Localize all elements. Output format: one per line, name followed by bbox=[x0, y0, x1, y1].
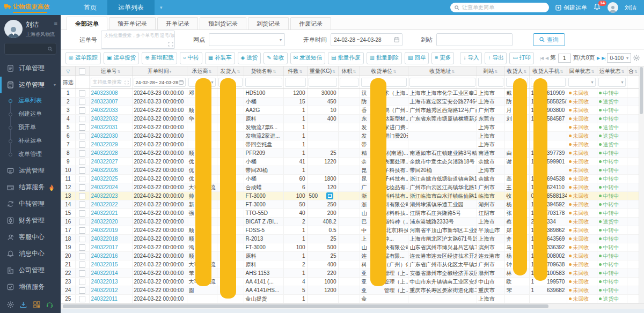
vertical-scrollbar-thumb[interactable] bbox=[640, 67, 643, 114]
waybill-no-link[interactable]: 240322031 bbox=[89, 123, 132, 132]
download-icon[interactable] bbox=[20, 301, 27, 309]
waybill-no-link[interactable]: 240322022 bbox=[89, 200, 132, 209]
sidebar-item-operations[interactable]: 运营管理 bbox=[0, 162, 61, 179]
waybill-no-link[interactable]: 240322021 bbox=[89, 209, 132, 218]
column-settings-gear-icon[interactable] bbox=[633, 55, 640, 61]
sidebar-item-company[interactable]: 公司管理 bbox=[0, 262, 61, 279]
export-button[interactable]: ↑导出 bbox=[485, 52, 507, 64]
user-avatar[interactable] bbox=[608, 2, 618, 13]
sidebar-subitem-supplement-waybill[interactable]: 补录运单 bbox=[0, 134, 61, 147]
row-checkbox[interactable] bbox=[79, 210, 85, 217]
row-checkbox[interactable] bbox=[79, 124, 85, 131]
row-checkbox[interactable] bbox=[79, 253, 85, 259]
row-checkbox[interactable] bbox=[79, 227, 85, 234]
waybill-no-link[interactable]: 240322015 bbox=[89, 260, 132, 269]
billing-time-input[interactable]: 24-02-28 ~24-03-28 bbox=[331, 33, 402, 46]
import-button[interactable]: ↓导入 bbox=[460, 52, 482, 64]
row-checkbox[interactable] bbox=[79, 90, 85, 96]
waybill-no-link[interactable]: 240322011 bbox=[89, 295, 132, 303]
waybill-no-link[interactable]: 240322033 bbox=[89, 106, 132, 115]
column-header-2[interactable]: 承运商⇅ bbox=[187, 66, 217, 76]
filter-input-9[interactable] bbox=[340, 78, 358, 87]
mini-program-qr-icon[interactable] bbox=[33, 301, 41, 309]
batch-delete-button[interactable]: ▥批量删除 bbox=[367, 52, 402, 64]
sidebar-item-finance[interactable]: 财务管理 bbox=[0, 212, 61, 229]
row-checkbox[interactable] bbox=[79, 107, 85, 114]
filter-funnel-header[interactable]: ▽ bbox=[61, 66, 75, 76]
waybill-no-link[interactable]: 240322030 bbox=[89, 132, 132, 140]
pickup-button[interactable]: ▣运单提货 bbox=[104, 52, 139, 64]
waybill-no-link[interactable]: 240322032 bbox=[89, 115, 132, 123]
sidebar-search-input[interactable] bbox=[4, 43, 56, 55]
waybill-no-link[interactable]: 240322013 bbox=[89, 278, 132, 286]
destination-input[interactable] bbox=[436, 33, 513, 46]
sidebar-item-orders[interactable]: 订单管理 bbox=[0, 60, 61, 77]
filter-input-11[interactable] bbox=[409, 78, 475, 87]
column-header-10[interactable]: 到站⇅ bbox=[477, 66, 504, 76]
sidebar-item-waybills[interactable]: 运单管理▾ bbox=[0, 77, 61, 93]
branch-select[interactable]: ▾ bbox=[209, 33, 285, 46]
column-header-8[interactable]: 收货单位⇅ bbox=[360, 66, 408, 76]
column-header-13[interactable]: 回单状态⇅ bbox=[567, 66, 597, 76]
column-header-0[interactable]: 运单号⇅ bbox=[89, 66, 132, 76]
waybill-no-link[interactable]: 240322028 bbox=[89, 149, 132, 158]
extra-loading-button[interactable]: ▦补装车 bbox=[205, 52, 235, 64]
customer-service-headset-icon[interactable] bbox=[46, 301, 54, 309]
waybill-no-link[interactable]: 240322024 bbox=[89, 183, 132, 192]
tab-1[interactable]: 预开单记录 bbox=[109, 17, 156, 29]
column-header-7[interactable]: 体积⇅ bbox=[338, 66, 360, 76]
waybill-no-link[interactable]: 240322012 bbox=[89, 286, 132, 295]
row-checkbox[interactable] bbox=[79, 193, 85, 199]
user-name[interactable]: 刘洁 bbox=[625, 4, 636, 12]
nav-dropdown-caret[interactable]: ▾ bbox=[160, 5, 163, 10]
more-button[interactable]: ≡更多 bbox=[431, 52, 454, 64]
date-filter-input[interactable]: 24-02-28~ 24-03-28 bbox=[134, 78, 186, 87]
row-checkbox[interactable] bbox=[79, 279, 85, 285]
row-checkbox[interactable] bbox=[79, 99, 85, 105]
sidebar-item-transit[interactable]: 中转管理 bbox=[0, 196, 61, 212]
notifications-bell-icon[interactable]: 14 bbox=[594, 3, 601, 12]
column-header-14[interactable]: 运单状态⇅ bbox=[597, 66, 627, 76]
row-checkbox[interactable] bbox=[79, 133, 85, 139]
row-checkbox[interactable] bbox=[79, 184, 85, 191]
waybill-no-link[interactable]: 240322027 bbox=[89, 158, 132, 166]
filter-select-15[interactable]: ▾ bbox=[568, 78, 596, 87]
select-all-header[interactable] bbox=[75, 66, 89, 76]
waybill-no-link[interactable]: 240323008 bbox=[89, 89, 132, 98]
row-checkbox[interactable] bbox=[79, 167, 85, 174]
tab-5[interactable]: 作废记录 bbox=[290, 17, 331, 29]
column-header-15[interactable]: 合⇅ bbox=[627, 66, 639, 76]
waybill-no-link[interactable]: 240322016 bbox=[89, 252, 132, 260]
filter-input-7[interactable] bbox=[285, 78, 306, 87]
filter-input-12[interactable] bbox=[478, 78, 503, 87]
row-checkbox[interactable] bbox=[79, 176, 85, 182]
nav-home[interactable]: 首页 bbox=[73, 0, 107, 15]
column-header-11[interactable]: 收货人⇅ bbox=[504, 66, 529, 76]
row-checkbox[interactable] bbox=[79, 296, 85, 302]
row-checkbox[interactable] bbox=[79, 159, 85, 165]
row-checkbox[interactable] bbox=[79, 141, 85, 148]
transfer-button[interactable]: ○中转 bbox=[180, 52, 202, 64]
filter-input-6[interactable] bbox=[245, 78, 282, 87]
column-header-5[interactable]: 件数⇅ bbox=[283, 66, 307, 76]
tab-0[interactable]: 全部运单 bbox=[67, 17, 107, 30]
delivery-button[interactable]: ◈送货 bbox=[238, 52, 261, 64]
column-header-9[interactable]: 收货地址⇅ bbox=[408, 66, 477, 76]
sidebar-subitem-waybill-list[interactable]: 运单列表 bbox=[0, 94, 61, 107]
sidebar-subitem-pre-billing[interactable]: 预开单 bbox=[0, 121, 61, 134]
row-checkbox[interactable] bbox=[79, 219, 85, 225]
waybill-no-input[interactable]: 支持批量搜索，多个单号用 逗号/加号/回车/空格 分隔 bbox=[101, 31, 175, 49]
receipt-button[interactable]: ▧回单 bbox=[405, 52, 429, 64]
column-header-3[interactable]: 发货人⇅ bbox=[217, 66, 244, 76]
global-search-input[interactable]: 让查单更简单 bbox=[450, 3, 549, 12]
sidebar-subitem-create-waybill[interactable]: 创建运单 bbox=[0, 107, 61, 121]
horizontal-scrollbar[interactable] bbox=[61, 303, 644, 309]
create-waybill-button[interactable]: 创建运单 bbox=[555, 4, 587, 12]
waybill-no-link[interactable]: 240322017 bbox=[89, 243, 132, 252]
vertical-scrollbar[interactable] bbox=[639, 66, 644, 303]
column-header-12[interactable]: 收货人手机⇅ bbox=[529, 66, 567, 76]
row-checkbox[interactable] bbox=[79, 202, 85, 208]
waybill-no-link[interactable]: 240322018 bbox=[89, 235, 132, 243]
row-checkbox[interactable] bbox=[79, 150, 85, 156]
waybill-no-link[interactable]: 240322020 bbox=[89, 218, 132, 226]
